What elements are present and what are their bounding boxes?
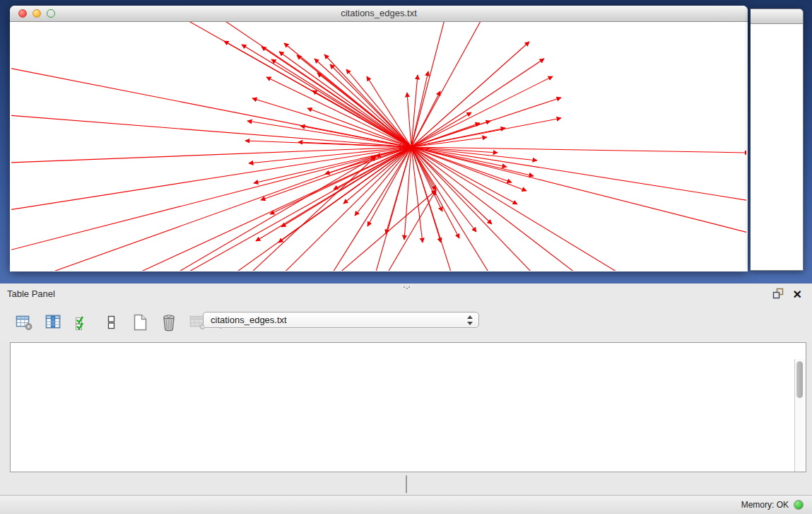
graph-edge[interactable]: [411, 76, 553, 147]
graph-edge[interactable]: [411, 22, 492, 147]
table-header-row: [11, 343, 806, 359]
graph-edge[interactable]: [245, 147, 411, 271]
table-settings-button[interactable]: [14, 312, 34, 333]
network-canvas[interactable]: [11, 22, 746, 271]
graph-edge[interactable]: [411, 42, 529, 147]
close-panel-icon[interactable]: ✕: [793, 290, 802, 300]
close-button[interactable]: [18, 9, 27, 18]
window-titlebar[interactable]: citations_edges.txt: [10, 6, 748, 22]
row-height-button[interactable]: [101, 312, 121, 333]
splitter-grip[interactable]: [403, 286, 410, 290]
float-panel-icon[interactable]: [772, 287, 784, 302]
dropdown-arrows-icon: [466, 315, 474, 326]
graph-edge[interactable]: [411, 147, 683, 271]
node-table: [10, 342, 806, 472]
table-selector-dropdown[interactable]: citations_edges.txt: [203, 312, 479, 328]
graph-edge[interactable]: [307, 108, 411, 147]
delete-list-button[interactable]: [159, 312, 179, 333]
graph-edge[interactable]: [411, 147, 746, 153]
status-bar: Memory: OK: [0, 495, 812, 514]
select-column-icon: [44, 313, 62, 332]
table-selector-value: citations_edges.txt: [211, 315, 287, 325]
table-scrollbar-thumb[interactable]: [796, 361, 803, 398]
select-column-button[interactable]: [43, 312, 63, 333]
table-scrollbar[interactable]: [794, 359, 806, 472]
table-settings-icon: [15, 313, 33, 332]
graph-edge[interactable]: [411, 147, 423, 243]
background-window-titlebar[interactable]: [751, 9, 803, 24]
graph-edge[interactable]: [411, 147, 464, 271]
minimize-button[interactable]: [33, 9, 41, 18]
table-tabs-bar: [0, 475, 812, 493]
network-view-window: citations_edges.txt: [10, 6, 748, 271]
table-panel-header: Table Panel ✕: [0, 284, 812, 305]
background-canvas-svg: [751, 24, 802, 270]
graph-edge[interactable]: [407, 93, 411, 147]
graph-edge[interactable]: [11, 114, 411, 147]
graph-edge[interactable]: [317, 73, 411, 147]
graph-edge[interactable]: [411, 147, 746, 206]
graph-edge[interactable]: [11, 156, 376, 271]
network-canvas-svg: [11, 22, 746, 271]
table-toolbar: f(x) citations_edges.txt: [0, 305, 812, 342]
row-height-icon: [104, 313, 118, 332]
table-panel-title: Table Panel: [7, 284, 55, 305]
graph-edge[interactable]: [411, 147, 746, 241]
select-rows-button[interactable]: [72, 312, 92, 333]
memory-status-icon[interactable]: [794, 500, 804, 510]
graph-edge[interactable]: [411, 147, 513, 271]
zoom-button[interactable]: [47, 9, 55, 18]
trash-icon: [160, 313, 178, 332]
window-title: citations_edges.txt: [10, 6, 748, 21]
graph-edge[interactable]: [365, 190, 436, 271]
background-network-canvas[interactable]: [751, 24, 802, 270]
create-table-button[interactable]: [130, 312, 150, 333]
network-desktop: citations_edges.txt: [0, 0, 812, 284]
select-rows-icon: [73, 313, 90, 332]
graph-edge[interactable]: [411, 137, 487, 147]
graph-edge[interactable]: [242, 45, 411, 147]
graph-edge[interactable]: [346, 69, 411, 147]
graph-edge[interactable]: [11, 64, 411, 147]
memory-status-label: Memory: OK: [741, 500, 789, 510]
new-file-icon: [131, 313, 149, 332]
graph-edge[interactable]: [411, 71, 428, 147]
background-network-window[interactable]: [751, 8, 804, 271]
graph-edge[interactable]: [294, 190, 436, 271]
graph-edge[interactable]: [279, 52, 411, 147]
